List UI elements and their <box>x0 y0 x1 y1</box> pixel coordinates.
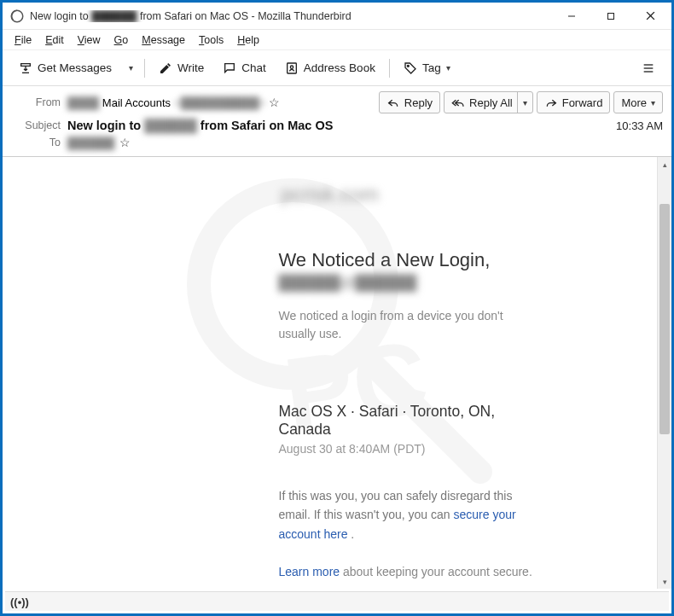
mail-learn-paragraph: Learn more about keeping your account se… <box>279 562 543 581</box>
get-messages-dropdown[interactable]: ▾ <box>123 55 138 81</box>
window-title: New login to ██████ from Safari on Mac O… <box>30 10 552 22</box>
from-label: From <box>11 96 61 108</box>
chevron-down-icon: ▾ <box>446 63 450 73</box>
app-icon <box>9 9 25 24</box>
scroll-down-arrow[interactable]: ▾ <box>658 574 671 589</box>
get-messages-button[interactable]: Get Messages <box>11 55 119 81</box>
forward-icon <box>544 96 558 109</box>
menu-help[interactable]: Help <box>230 32 266 48</box>
menu-message[interactable]: Message <box>135 32 192 48</box>
message-header: From ████ Mail Accounts <██████████> Rep… <box>3 86 671 157</box>
main-toolbar: Get Messages ▾ Write Chat Address Book T… <box>3 50 671 86</box>
mail-heading: We Noticed a New Login, <box>279 249 543 271</box>
mail-intro-paragraph: We noticed a login from a device you don… <box>279 307 543 343</box>
chevron-down-icon: ▾ <box>129 63 133 73</box>
scroll-track[interactable] <box>658 171 671 574</box>
subject-redacted: ██████ <box>144 119 197 132</box>
toolbar-separator <box>144 59 145 78</box>
title-redacted: ██████ <box>91 10 137 22</box>
vertical-scrollbar[interactable]: ▴ ▾ <box>657 157 671 589</box>
scroll-thumb[interactable] <box>659 204 670 434</box>
write-button[interactable]: Write <box>151 55 212 81</box>
to-label: To <box>11 137 61 148</box>
from-redacted: ████ <box>67 96 99 109</box>
download-icon <box>19 61 32 75</box>
tag-icon <box>404 61 417 75</box>
mail-email-redacted: ██████@██████ <box>279 275 543 292</box>
tag-button[interactable]: Tag ▾ <box>396 55 458 81</box>
mail-note-paragraph: If this was you, you can safely disregar… <box>279 486 543 543</box>
reply-all-icon <box>451 96 465 109</box>
tag-label: Tag <box>422 61 441 74</box>
chat-icon <box>223 61 236 75</box>
mail-device-line: Mac OS X · Safari · Toronto, ON, Canada <box>279 403 543 439</box>
reply-button[interactable]: Reply <box>379 91 440 113</box>
address-book-icon <box>285 61 299 75</box>
window-titlebar: New login to ██████ from Safari on Mac O… <box>3 3 671 30</box>
forward-button[interactable]: Forward <box>537 91 611 113</box>
menu-view[interactable]: View <box>71 32 107 48</box>
subject-value: New login to ██████ from Safari on Mac O… <box>67 119 333 132</box>
statusbar: ((•)) <box>5 591 669 611</box>
mail-timestamp: August 30 at 8:40AM (PDT) <box>279 442 543 456</box>
activity-indicator-icon: ((•)) <box>10 596 29 608</box>
star-contact-icon[interactable] <box>269 96 280 109</box>
reply-all-button[interactable]: Reply All ▾ <box>444 91 533 113</box>
close-button[interactable] <box>630 3 670 29</box>
from-address-redacted: <██████████> <box>174 96 265 109</box>
menu-file[interactable]: File <box>8 32 38 48</box>
menu-tools[interactable]: Tools <box>192 32 230 48</box>
reply-icon <box>386 96 400 109</box>
hamburger-icon <box>642 61 655 75</box>
more-label: More <box>621 96 647 109</box>
svg-point-7 <box>407 65 409 67</box>
chat-button[interactable]: Chat <box>215 55 274 81</box>
get-messages-label: Get Messages <box>38 61 112 74</box>
learn-more-link[interactable]: Learn more <box>279 565 340 578</box>
message-body: pcrisk.com We Noticed a New Login, █████… <box>3 157 657 589</box>
to-redacted: ██████ <box>67 137 114 149</box>
menu-go[interactable]: Go <box>107 32 136 48</box>
chevron-down-icon: ▾ <box>651 98 655 108</box>
forward-label: Forward <box>562 96 603 109</box>
address-book-label: Address Book <box>304 61 375 74</box>
minimize-button[interactable] <box>552 3 591 29</box>
chat-label: Chat <box>241 61 266 74</box>
menu-edit[interactable]: Edit <box>38 32 71 48</box>
svg-rect-2 <box>608 13 614 19</box>
message-time: 10:33 AM <box>616 119 663 132</box>
pencil-icon <box>159 61 172 75</box>
app-menu-button[interactable] <box>634 55 663 81</box>
address-book-button[interactable]: Address Book <box>277 55 383 81</box>
maximize-button[interactable] <box>591 3 630 29</box>
subject-label: Subject <box>11 119 61 131</box>
star-recipient-icon[interactable] <box>119 136 131 149</box>
reply-label: Reply <box>404 96 433 109</box>
reply-all-dropdown[interactable]: ▾ <box>517 92 532 113</box>
from-value: ████ Mail Accounts <██████████> <box>67 96 280 109</box>
reply-all-label: Reply All <box>469 96 513 109</box>
more-button[interactable]: More ▾ <box>613 91 663 113</box>
menubar: File Edit View Go Message Tools Help <box>3 30 671 50</box>
mail-logo-redacted: pcrisk.com <box>117 183 543 206</box>
svg-point-6 <box>290 66 293 68</box>
scroll-up-arrow[interactable]: ▴ <box>658 157 671 171</box>
write-label: Write <box>177 61 204 74</box>
toolbar-separator <box>389 59 390 78</box>
chevron-down-icon: ▾ <box>523 98 527 108</box>
